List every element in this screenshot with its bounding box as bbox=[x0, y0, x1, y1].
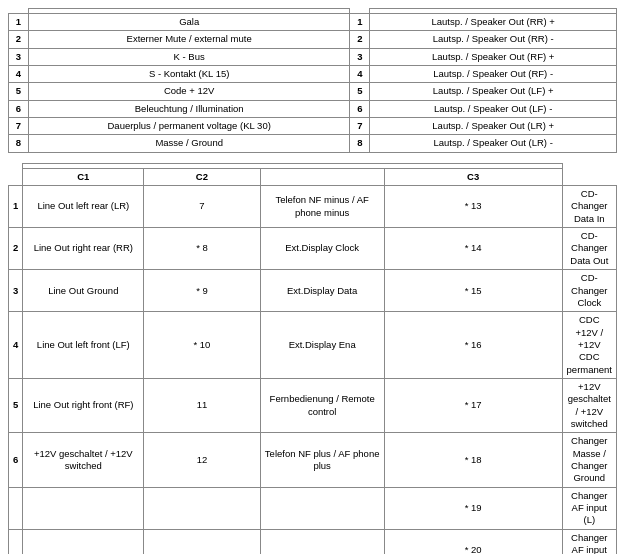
b-row-label: Lautsp. / Speaker Out (RF) + bbox=[370, 48, 617, 65]
c-row-num: 3 bbox=[9, 270, 23, 312]
c3-header: C3 bbox=[384, 168, 562, 185]
c2num-header bbox=[260, 168, 384, 185]
b-row-num: 4 bbox=[350, 66, 370, 83]
c-row-num bbox=[9, 529, 23, 554]
b-row-num: 2 bbox=[350, 31, 370, 48]
a-row-label: S - Kontakt (KL 15) bbox=[29, 66, 350, 83]
c1-header: C1 bbox=[23, 168, 144, 185]
a-row-label: Beleuchtung / Illumination bbox=[29, 100, 350, 117]
b-row-label: Lautsp. / Speaker Out (LR) + bbox=[370, 118, 617, 135]
a-row-label: Dauerplus / permanent voltage (KL 30) bbox=[29, 118, 350, 135]
b-row-label: Lautsp. / Speaker Out (RF) - bbox=[370, 66, 617, 83]
c-row-num: 4 bbox=[9, 312, 23, 379]
c2-num-cell: 12 bbox=[144, 433, 260, 487]
c2-num-cell: 7 bbox=[144, 186, 260, 228]
c2-num-cell bbox=[144, 529, 260, 554]
b-row-label: Lautsp. / Speaker Out (LF) + bbox=[370, 83, 617, 100]
a-row-num: 6 bbox=[9, 100, 29, 117]
c3-cell: CD-Changer Data In bbox=[562, 186, 616, 228]
a-row-num: 5 bbox=[9, 83, 29, 100]
c3-cell: CDC +12V / +12V CDC permanent bbox=[562, 312, 616, 379]
c-row-num: 6 bbox=[9, 433, 23, 487]
table-row: 2 Line Out right rear (RR) * 8 Ext.Displ… bbox=[9, 228, 617, 270]
c2-num-cell: 11 bbox=[144, 378, 260, 432]
c2-cell: Telefon NF minus / AF phone minus bbox=[260, 186, 384, 228]
a-row-label: Externer Mute / external mute bbox=[29, 31, 350, 48]
b-row-label: Lautsp. / Speaker Out (LR) - bbox=[370, 135, 617, 152]
c2-cell: Telefon NF plus / AF phone plus bbox=[260, 433, 384, 487]
a-row-label: Gala bbox=[29, 14, 350, 31]
c3-cell: +12V geschaltet / +12V switched bbox=[562, 378, 616, 432]
a-row-label: K - Bus bbox=[29, 48, 350, 65]
b-row-num: 6 bbox=[350, 100, 370, 117]
c1-cell: +12V geschaltet / +12V switched bbox=[23, 433, 144, 487]
b-row-num: 7 bbox=[350, 118, 370, 135]
c3-cell: Changer Masse / Changer Ground bbox=[562, 433, 616, 487]
c-row-num bbox=[9, 487, 23, 529]
a-row-num: 8 bbox=[9, 135, 29, 152]
table-row: 1 Line Out left rear (LR) 7 Telefon NF m… bbox=[9, 186, 617, 228]
c-row-num: 2 bbox=[9, 228, 23, 270]
a-row-num: 1 bbox=[9, 14, 29, 31]
a-row-num: 2 bbox=[9, 31, 29, 48]
c1-cell: Line Out left front (LF) bbox=[23, 312, 144, 379]
a-row-num: 4 bbox=[9, 66, 29, 83]
b-row-num: 1 bbox=[350, 14, 370, 31]
c-row-num: 1 bbox=[9, 186, 23, 228]
c3-cell: Changer AF input (R) bbox=[562, 529, 616, 554]
c3-num-cell: * 13 bbox=[384, 186, 562, 228]
c3-cell: CD-Changer Clock bbox=[562, 270, 616, 312]
c1-cell: Line Out right front (RF) bbox=[23, 378, 144, 432]
a-row-num: 3 bbox=[9, 48, 29, 65]
c3-num-cell: * 15 bbox=[384, 270, 562, 312]
a-row-num: 7 bbox=[9, 118, 29, 135]
c-row-num: 5 bbox=[9, 378, 23, 432]
table-row: 3 Line Out Ground * 9 Ext.Display Data *… bbox=[9, 270, 617, 312]
table-row: * 20 Changer AF input (R) bbox=[9, 529, 617, 554]
table-row: 4 Line Out left front (LF) * 10 Ext.Disp… bbox=[9, 312, 617, 379]
c2-cell: Fernbedienung / Remote control bbox=[260, 378, 384, 432]
c2-num-cell bbox=[144, 487, 260, 529]
c3-num-cell: * 17 bbox=[384, 378, 562, 432]
c1-cell: Line Out right rear (RR) bbox=[23, 228, 144, 270]
c2-num-cell: * 9 bbox=[144, 270, 260, 312]
c3-num-cell: * 14 bbox=[384, 228, 562, 270]
b-row-num: 5 bbox=[350, 83, 370, 100]
c2-cell: Ext.Display Data bbox=[260, 270, 384, 312]
table-ab-wrapper: 1 Gala 1 Lautsp. / Speaker Out (RR) + 2 … bbox=[8, 8, 617, 153]
c2-num-cell: * 8 bbox=[144, 228, 260, 270]
table-row: 5 Line Out right front (RF) 11 Fernbedie… bbox=[9, 378, 617, 432]
table-row: * 19 Changer AF input (L) bbox=[9, 487, 617, 529]
b-row-label: Lautsp. / Speaker Out (RR) - bbox=[370, 31, 617, 48]
c1-cell bbox=[23, 529, 144, 554]
c2-cell: Ext.Display Clock bbox=[260, 228, 384, 270]
table-row: 6 +12V geschaltet / +12V switched 12 Tel… bbox=[9, 433, 617, 487]
c3-num-cell: * 16 bbox=[384, 312, 562, 379]
b-row-num: 8 bbox=[350, 135, 370, 152]
c3-cell: CD-Changer Data Out bbox=[562, 228, 616, 270]
c2-cell bbox=[260, 529, 384, 554]
c2-num-cell: * 10 bbox=[144, 312, 260, 379]
c2-cell: Ext.Display Ena bbox=[260, 312, 384, 379]
a-row-label: Masse / Ground bbox=[29, 135, 350, 152]
c3-num-cell: * 18 bbox=[384, 433, 562, 487]
c3-num-cell: * 19 bbox=[384, 487, 562, 529]
c1-cell: Line Out Ground bbox=[23, 270, 144, 312]
b-row-num: 3 bbox=[350, 48, 370, 65]
c3-num-cell: * 20 bbox=[384, 529, 562, 554]
c2-header: C2 bbox=[144, 168, 260, 185]
table-c-wrapper: C1 C2 C3 1 Line Out left rear (LR) 7 Tel… bbox=[8, 163, 617, 554]
c1-cell: Line Out left rear (LR) bbox=[23, 186, 144, 228]
c1-cell bbox=[23, 487, 144, 529]
c2-cell bbox=[260, 487, 384, 529]
c3-cell: Changer AF input (L) bbox=[562, 487, 616, 529]
a-row-label: Code + 12V bbox=[29, 83, 350, 100]
b-row-label: Lautsp. / Speaker Out (RR) + bbox=[370, 14, 617, 31]
b-row-label: Lautsp. / Speaker Out (LF) - bbox=[370, 100, 617, 117]
